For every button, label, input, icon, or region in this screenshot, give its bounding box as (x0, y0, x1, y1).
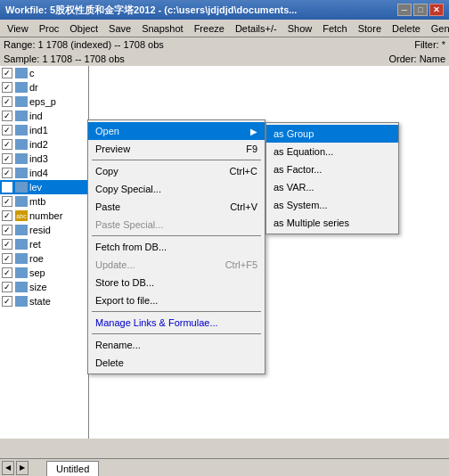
ctx-copy[interactable]: Copy Ctrl+C (88, 162, 265, 180)
submenu-var[interactable]: as VAR... (266, 178, 398, 196)
ctx-copy-shortcut: Ctrl+C (230, 166, 257, 176)
maximize-button[interactable]: □ (413, 4, 428, 16)
checkbox-state[interactable]: ✓ (2, 296, 12, 307)
checkbox-sep[interactable]: ✓ (2, 267, 12, 278)
list-item[interactable]: ✓ roe (0, 251, 88, 266)
close-button[interactable]: ✕ (429, 4, 444, 16)
sample-value: 1 1708 (42, 53, 72, 64)
menu-details[interactable]: Details+/- (230, 20, 282, 37)
submenu-group[interactable]: as Group (266, 125, 398, 143)
list-item[interactable]: ✓ abc number (0, 209, 88, 223)
var-icon-ret (15, 239, 28, 250)
menu-snapshot[interactable]: Snapshot (136, 20, 188, 37)
list-item[interactable]: ✓ sep (0, 266, 88, 280)
var-name-ind3: ind3 (29, 153, 48, 164)
var-name-ret: ret (29, 239, 41, 250)
range-value: 1 1708 (indexed) (38, 39, 112, 50)
list-item[interactable]: ✓ ind1 (0, 123, 88, 137)
menu-fetch[interactable]: Fetch (317, 20, 353, 37)
range-info-bar: Range: 1 1708 (indexed) -- 1708 obs Filt… (0, 37, 449, 52)
ctx-export[interactable]: Export to file... (88, 291, 265, 309)
context-menu: Open ▶ as Group as Equation... as Factor… (87, 119, 265, 374)
separator-4 (92, 333, 261, 334)
var-name-epsp: eps_p (29, 96, 56, 107)
var-name-roe: roe (29, 253, 44, 264)
var-name-ind: ind (29, 111, 43, 121)
list-item[interactable]: ✓ ind3 (0, 152, 88, 166)
ctx-preview[interactable]: Preview F9 (88, 140, 265, 158)
ctx-delete[interactable]: Delete (88, 354, 265, 372)
var-name-mtb: mtb (29, 196, 45, 207)
ctx-update: Update... Ctrl+F5 (88, 256, 265, 274)
checkbox-resid[interactable]: ✓ (2, 225, 12, 235)
checkbox-ret[interactable]: ✓ (2, 239, 12, 250)
minimize-button[interactable]: ─ (397, 4, 412, 16)
list-item[interactable]: ✓ state (0, 294, 88, 308)
ctx-fetch-db[interactable]: Fetch from DB... (88, 238, 265, 256)
range-label: Range: (4, 39, 35, 50)
list-item-selected[interactable]: ✓ lev (0, 180, 88, 194)
ctx-paste-special: Paste Special... (88, 216, 265, 234)
separator-2 (92, 235, 261, 236)
tab-untitled[interactable]: Untitled (46, 461, 99, 476)
scroll-right-button[interactable]: ▶ (16, 461, 29, 475)
menu-freeze[interactable]: Freeze (189, 20, 230, 37)
list-item[interactable]: ✓ ret (0, 237, 88, 251)
var-icon-size (15, 282, 28, 292)
list-item[interactable]: ✓ ind (0, 109, 88, 123)
menu-store[interactable]: Store (353, 20, 387, 37)
checkbox-lev[interactable]: ✓ (2, 182, 12, 193)
sample-label: Sample: (4, 53, 39, 64)
checkbox-ind1[interactable]: ✓ (2, 125, 12, 135)
menu-delete[interactable]: Delete (387, 20, 426, 37)
checkbox-dr[interactable]: ✓ (2, 82, 12, 93)
list-item[interactable]: ✓ mtb (0, 194, 88, 209)
checkbox-epsp[interactable]: ✓ (2, 96, 12, 107)
sample-obs: -- 1708 obs (75, 53, 125, 64)
submenu-factor[interactable]: as Factor... (266, 160, 398, 178)
checkbox-ind3[interactable]: ✓ (2, 153, 12, 164)
ctx-export-label: Export to file... (95, 295, 158, 306)
menu-proc[interactable]: Proc (34, 20, 65, 37)
list-item[interactable]: ✓ size (0, 280, 88, 294)
submenu: as Group as Equation... as Factor... as … (265, 122, 399, 234)
ctx-preview-label: Preview (95, 144, 130, 154)
arrow-icon: ▶ (250, 127, 257, 136)
checkbox-roe[interactable]: ✓ (2, 253, 12, 264)
menu-save[interactable]: Save (103, 20, 136, 37)
scroll-left-button[interactable]: ◀ (2, 461, 14, 475)
checkbox-mtb[interactable]: ✓ (2, 196, 12, 207)
submenu-system[interactable]: as System... (266, 196, 398, 214)
menu-genr[interactable]: Genr (426, 20, 449, 37)
checkbox-ind2[interactable]: ✓ (2, 139, 12, 150)
ctx-rename[interactable]: Rename... (88, 336, 265, 354)
checkbox-number[interactable]: ✓ (2, 210, 12, 221)
menu-show[interactable]: Show (282, 20, 318, 37)
ctx-store-db-label: Store to DB... (95, 277, 154, 288)
variable-list: ✓ c ✓ dr ✓ eps_p ✓ ind ✓ ind1 ✓ ind2 (0, 66, 89, 439)
ctx-paste-shortcut: Ctrl+V (230, 201, 257, 212)
var-icon-mtb (15, 196, 28, 207)
submenu-multiple[interactable]: as Multiple series (266, 214, 398, 232)
var-icon-ind4 (15, 168, 28, 178)
list-item[interactable]: ✓ dr (0, 80, 88, 94)
checkbox-ind[interactable]: ✓ (2, 111, 12, 121)
var-icon-ind1 (15, 125, 28, 135)
list-item[interactable]: ✓ eps_p (0, 94, 88, 109)
list-item[interactable]: ✓ resid (0, 223, 88, 237)
ctx-paste[interactable]: Paste Ctrl+V (88, 198, 265, 216)
checkbox-c[interactable]: ✓ (2, 68, 12, 78)
menu-object[interactable]: Object (64, 20, 103, 37)
list-item[interactable]: ✓ ind2 (0, 137, 88, 152)
list-item[interactable]: ✓ ind4 (0, 166, 88, 180)
list-item[interactable]: ✓ c (0, 66, 88, 80)
checkbox-size[interactable]: ✓ (2, 282, 12, 292)
submenu-equation[interactable]: as Equation... (266, 143, 398, 160)
ctx-copy-special[interactable]: Copy Special... (88, 180, 265, 198)
ctx-manage-links[interactable]: Manage Links & Formulae... (88, 314, 265, 332)
var-icon-number: abc (15, 210, 28, 221)
ctx-store-db[interactable]: Store to DB... (88, 274, 265, 291)
checkbox-ind4[interactable]: ✓ (2, 168, 12, 178)
ctx-open[interactable]: Open ▶ as Group as Equation... as Factor… (88, 122, 265, 140)
menu-view[interactable]: View (2, 20, 34, 37)
